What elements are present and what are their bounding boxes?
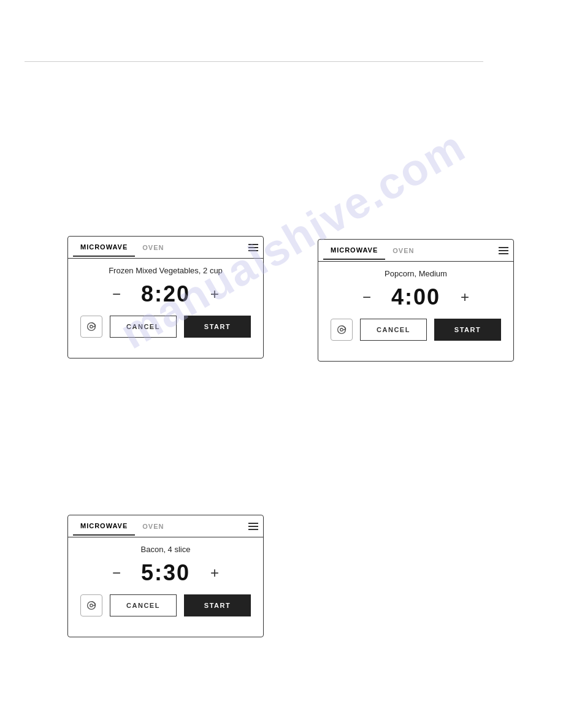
start-button-1[interactable]: START: [184, 316, 251, 338]
top-divider: [25, 61, 483, 62]
start-button-2[interactable]: START: [434, 319, 501, 341]
food-name-2: Popcorn, Medium: [331, 269, 501, 278]
timer-row-1: − 8:20 +: [80, 281, 251, 307]
tab-oven-1[interactable]: OVEN: [135, 239, 171, 256]
tab-oven-2[interactable]: OVEN: [385, 242, 421, 259]
timer-display-1: 8:20: [138, 281, 193, 307]
menu-icon-1[interactable]: [248, 244, 258, 251]
card-3-tabs: MICROWAVE OVEN: [68, 515, 263, 537]
microwave-card-3: MICROWAVE OVEN Bacon, 4 slice − 5:30 + C…: [67, 515, 264, 637]
card-2-body: Popcorn, Medium − 4:00 + CANCEL START: [318, 262, 513, 348]
rotate-icon-2[interactable]: [331, 319, 353, 341]
decrement-btn-3[interactable]: −: [107, 563, 126, 583]
tab-oven-3[interactable]: OVEN: [135, 518, 171, 535]
rotate-icon-1[interactable]: [80, 316, 102, 338]
menu-icon-3[interactable]: [248, 523, 258, 530]
card-2-tabs: MICROWAVE OVEN: [318, 240, 513, 262]
tab-microwave-1[interactable]: MICROWAVE: [73, 238, 135, 257]
card-1-body: Frozen Mixed Vegetables, 2 cup − 8:20 + …: [68, 259, 263, 345]
food-name-1: Frozen Mixed Vegetables, 2 cup: [80, 266, 251, 275]
card-3-body: Bacon, 4 slice − 5:30 + CANCEL START: [68, 537, 263, 624]
action-row-3: CANCEL START: [80, 594, 251, 616]
decrement-btn-1[interactable]: −: [107, 284, 126, 304]
increment-btn-3[interactable]: +: [205, 563, 224, 583]
timer-row-3: − 5:30 +: [80, 560, 251, 586]
svg-point-5: [90, 604, 93, 607]
increment-btn-1[interactable]: +: [205, 284, 224, 304]
timer-row-2: − 4:00 +: [331, 284, 501, 310]
microwave-card-2: MICROWAVE OVEN Popcorn, Medium − 4:00 + …: [318, 239, 514, 362]
tab-microwave-2[interactable]: MICROWAVE: [323, 241, 385, 260]
action-row-2: CANCEL START: [331, 319, 501, 341]
decrement-btn-2[interactable]: −: [358, 287, 376, 307]
cancel-button-2[interactable]: CANCEL: [360, 319, 427, 341]
menu-icon-2[interactable]: [499, 247, 508, 254]
svg-point-1: [90, 325, 93, 328]
increment-btn-2[interactable]: +: [456, 287, 474, 307]
start-button-3[interactable]: START: [184, 594, 251, 616]
svg-point-3: [340, 328, 343, 332]
timer-display-3: 5:30: [138, 560, 193, 586]
action-row-1: CANCEL START: [80, 316, 251, 338]
timer-display-2: 4:00: [388, 284, 443, 310]
food-name-3: Bacon, 4 slice: [80, 545, 251, 554]
card-1-tabs: MICROWAVE OVEN: [68, 237, 263, 259]
microwave-card-1: MICROWAVE OVEN Frozen Mixed Vegetables, …: [67, 236, 264, 358]
cancel-button-1[interactable]: CANCEL: [110, 316, 177, 338]
tab-microwave-3[interactable]: MICROWAVE: [73, 517, 135, 536]
cancel-button-3[interactable]: CANCEL: [110, 594, 177, 616]
rotate-icon-3[interactable]: [80, 594, 102, 616]
